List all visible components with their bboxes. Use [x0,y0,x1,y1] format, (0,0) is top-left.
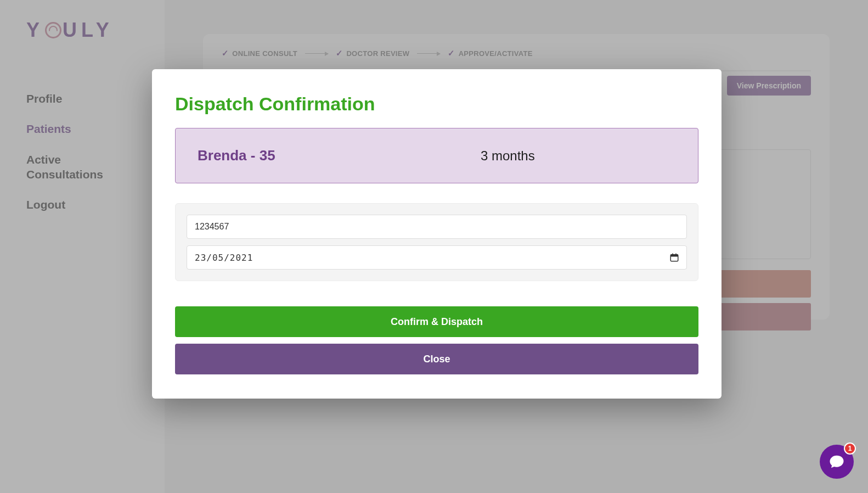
progress-steps: ✓ ONLINE CONSULT ✓ DOCTOR REVIEW ✓ APPRO… [222,48,811,71]
modal-actions: Confirm & Dispatch Close [175,306,698,374]
view-prescription-button[interactable]: View Prescription [727,76,811,96]
patient-name: Brenda - 35 [198,147,437,164]
patient-info-banner: Brenda - 35 3 months [175,128,698,183]
progress-step-online-consult: ✓ ONLINE CONSULT [222,48,297,58]
sidebar-item-profile[interactable]: Profile [26,91,138,106]
sidebar-item-patients[interactable]: Patients [26,121,138,136]
chat-unread-badge: 1 [844,442,856,455]
dispatch-date-input[interactable] [187,245,687,270]
progress-step-approve: ✓ APPROVE/ACTIVATE [448,48,532,58]
sidebar-item-logout[interactable]: Logout [26,197,138,212]
arrow-icon [417,53,440,54]
sidebar-item-active-consultations[interactable]: Active Consultations [26,152,138,182]
dispatch-confirmation-modal: Dispatch Confirmation Brenda - 35 3 mont… [152,69,722,399]
prescription-duration: 3 months [437,148,676,164]
chat-widget-button[interactable]: 1 [820,445,854,479]
modal-title: Dispatch Confirmation [175,93,698,115]
tracking-number-input[interactable] [187,215,687,239]
chat-icon [828,453,845,470]
progress-step-doctor-review: ✓ DOCTOR REVIEW [336,48,409,58]
close-modal-button[interactable]: Close [175,344,698,374]
globe-icon [45,22,61,38]
sidebar-nav: Profile Patients Active Consultations Lo… [26,91,138,212]
arrow-icon [305,53,328,54]
check-icon: ✓ [448,48,455,58]
dispatch-form [175,203,698,281]
brand-logo: Y ULY [26,19,138,42]
sidebar: Y ULY Profile Patients Active Consultati… [0,0,165,493]
check-icon: ✓ [336,48,343,58]
check-icon: ✓ [222,48,229,58]
confirm-dispatch-button[interactable]: Confirm & Dispatch [175,306,698,337]
